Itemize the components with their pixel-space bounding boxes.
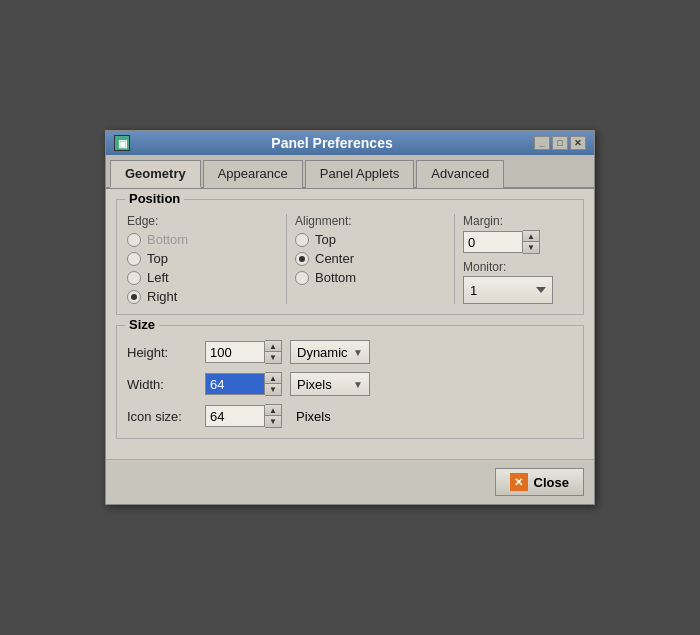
height-label: Height: xyxy=(127,345,197,360)
position-section: Position Edge: Bottom Top xyxy=(116,199,584,315)
width-up-button[interactable]: ▲ xyxy=(265,373,281,384)
divider-alignment-margin xyxy=(454,214,455,304)
height-down-button[interactable]: ▼ xyxy=(265,352,281,363)
margin-spinbox-row: ▲ ▼ xyxy=(463,230,573,254)
window-title: Panel Preferences xyxy=(271,135,392,151)
edge-right-radio[interactable] xyxy=(127,290,141,304)
align-bottom-label: Bottom xyxy=(315,270,356,285)
align-bottom-radio[interactable] xyxy=(295,271,309,285)
size-section-inner: Height: ▲ ▼ Dynamic ▼ Width xyxy=(117,326,583,438)
margin-up-button[interactable]: ▲ xyxy=(523,231,539,242)
margin-label: Margin: xyxy=(463,214,573,228)
height-dropdown[interactable]: Dynamic ▼ xyxy=(290,340,370,364)
size-section: Size Height: ▲ ▼ Dynamic ▼ xyxy=(116,325,584,439)
edge-column: Edge: Bottom Top Left xyxy=(127,214,278,304)
height-up-button[interactable]: ▲ xyxy=(265,341,281,352)
tab-geometry[interactable]: Geometry xyxy=(110,160,201,188)
tab-bar: Geometry Appearance Panel Applets Advanc… xyxy=(106,155,594,189)
tab-appearance[interactable]: Appearance xyxy=(203,160,303,188)
height-input[interactable] xyxy=(205,341,265,363)
width-spinbox-row: ▲ ▼ xyxy=(205,372,282,396)
icon-size-spinbox-row: ▲ ▼ xyxy=(205,404,282,428)
edge-bottom-label: Bottom xyxy=(147,232,188,247)
edge-right-label: Right xyxy=(147,289,177,304)
edge-right-item[interactable]: Right xyxy=(127,289,278,304)
alignment-label: Alignment: xyxy=(295,214,446,228)
icon-size-row: Icon size: ▲ ▼ Pixels xyxy=(127,404,573,428)
width-label: Width: xyxy=(127,377,197,392)
alignment-radio-group: Top Center Bottom xyxy=(295,232,446,285)
close-window-button[interactable]: ✕ xyxy=(570,136,586,150)
icon-size-down-button[interactable]: ▼ xyxy=(265,416,281,427)
margin-input[interactable] xyxy=(463,231,523,253)
align-top-label: Top xyxy=(315,232,336,247)
height-row: Height: ▲ ▼ Dynamic ▼ xyxy=(127,340,573,364)
edge-left-item[interactable]: Left xyxy=(127,270,278,285)
align-center-item[interactable]: Center xyxy=(295,251,446,266)
align-center-radio[interactable] xyxy=(295,252,309,266)
titlebar: ▣ Panel Preferences _ □ ✕ xyxy=(106,131,594,155)
tab-content: Position Edge: Bottom Top xyxy=(106,189,594,459)
edge-radio-group: Bottom Top Left Right xyxy=(127,232,278,304)
monitor-label: Monitor: xyxy=(463,260,573,274)
tab-advanced[interactable]: Advanced xyxy=(416,160,504,188)
align-top-item[interactable]: Top xyxy=(295,232,446,247)
height-spinbox-row: ▲ ▼ xyxy=(205,340,282,364)
close-label: Close xyxy=(534,475,569,490)
monitor-value: 1 xyxy=(470,283,477,298)
minimize-button[interactable]: _ xyxy=(534,136,550,150)
close-button[interactable]: ✕ Close xyxy=(495,468,584,496)
titlebar-left: ▣ xyxy=(114,135,130,151)
monitor-group: Monitor: 1 xyxy=(463,260,573,304)
edge-bottom-radio[interactable] xyxy=(127,233,141,247)
maximize-button[interactable]: □ xyxy=(552,136,568,150)
edge-top-radio[interactable] xyxy=(127,252,141,266)
edge-bottom-item[interactable]: Bottom xyxy=(127,232,278,247)
edge-top-item[interactable]: Top xyxy=(127,251,278,266)
size-section-title: Size xyxy=(125,317,159,332)
icon-size-input[interactable] xyxy=(205,405,265,427)
height-spin-buttons: ▲ ▼ xyxy=(265,340,282,364)
position-section-inner: Edge: Bottom Top Left xyxy=(117,200,583,314)
alignment-column: Alignment: Top Center Bottom xyxy=(295,214,446,304)
height-dropdown-value: Dynamic xyxy=(297,345,348,360)
width-dropdown-value: Pixels xyxy=(297,377,332,392)
align-bottom-item[interactable]: Bottom xyxy=(295,270,446,285)
width-spin-buttons: ▲ ▼ xyxy=(265,372,282,396)
margin-monitor-column: Margin: ▲ ▼ Monitor: 1 xyxy=(463,214,573,304)
close-icon: ✕ xyxy=(510,473,528,491)
monitor-dropdown-arrow-icon xyxy=(536,287,546,293)
tab-panel-applets[interactable]: Panel Applets xyxy=(305,160,415,188)
width-dropdown[interactable]: Pixels ▼ xyxy=(290,372,370,396)
align-top-radio[interactable] xyxy=(295,233,309,247)
icon-size-label: Icon size: xyxy=(127,409,197,424)
edge-left-label: Left xyxy=(147,270,169,285)
footer: ✕ Close xyxy=(106,459,594,504)
margin-down-button[interactable]: ▼ xyxy=(523,242,539,253)
titlebar-controls: _ □ ✕ xyxy=(534,136,586,150)
edge-top-label: Top xyxy=(147,251,168,266)
icon-size-unit: Pixels xyxy=(296,409,331,424)
width-down-button[interactable]: ▼ xyxy=(265,384,281,395)
main-window: ▣ Panel Preferences _ □ ✕ Geometry Appea… xyxy=(105,130,595,505)
width-row: Width: ▲ ▼ Pixels ▼ xyxy=(127,372,573,396)
edge-left-radio[interactable] xyxy=(127,271,141,285)
icon-size-spin-buttons: ▲ ▼ xyxy=(265,404,282,428)
align-center-label: Center xyxy=(315,251,354,266)
width-dropdown-arrow-icon: ▼ xyxy=(353,379,363,390)
divider-edge-alignment xyxy=(286,214,287,304)
edge-label: Edge: xyxy=(127,214,278,228)
window-icon: ▣ xyxy=(114,135,130,151)
icon-size-up-button[interactable]: ▲ xyxy=(265,405,281,416)
monitor-dropdown[interactable]: 1 xyxy=(463,276,553,304)
height-dropdown-arrow-icon: ▼ xyxy=(353,347,363,358)
position-section-title: Position xyxy=(125,191,184,206)
margin-spin-buttons: ▲ ▼ xyxy=(523,230,540,254)
margin-group: Margin: ▲ ▼ xyxy=(463,214,573,254)
width-input[interactable] xyxy=(205,373,265,395)
